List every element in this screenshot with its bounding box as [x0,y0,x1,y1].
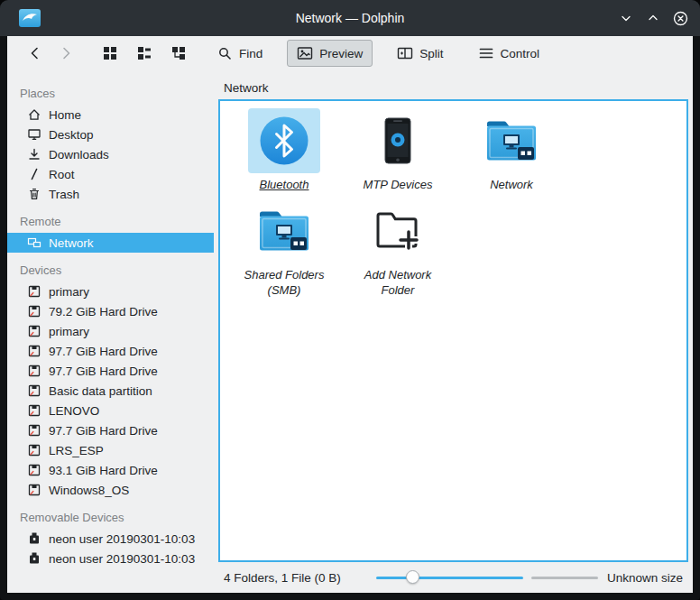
status-summary: 4 Folders, 1 File (0 B) [224,571,341,585]
details-view-icon [136,45,152,61]
places-panel: PlacesHomeDesktopDownloadsRootTrashRemot… [7,70,214,593]
sidebar-item-label: LENOVO [49,404,99,418]
folder-view[interactable]: BluetoothMTP DevicesNetworkShared Folder… [218,99,688,562]
zoom-slider-handle[interactable] [406,570,419,584]
file-item-label: Add Network Folder [350,267,446,299]
network-icon [27,235,41,250]
dolphin-window: Network — Dolphin [0,0,700,600]
sidebar-item-desktop[interactable]: Desktop [7,125,214,144]
details-view-button[interactable] [130,41,159,66]
removable-icon [27,531,41,546]
sidebar-item-97-7-gib-hard-drive[interactable]: 97.7 GiB Hard Drive [7,341,214,361]
downloads-icon [27,147,41,162]
window-body: Find Preview Split Control [7,36,693,593]
file-grid: BluetoothMTP DevicesNetworkShared Folder… [220,101,686,311]
statusbar: 4 Folders, 1 File (0 B) Unknown size [218,562,688,593]
control-button[interactable]: Control [468,40,550,67]
tree-view-icon [170,45,187,61]
close-button[interactable] [671,9,689,27]
device-icon [27,344,41,358]
home-icon [27,107,41,122]
device-icon [27,383,41,398]
window-controls [617,9,689,27]
sidebar-item-home[interactable]: Home [7,105,214,125]
sidebar-item-79-2-gib-hard-drive[interactable]: 79.2 GiB Hard Drive [7,301,214,321]
split-label: Split [419,47,443,60]
sidebar-item-downloads[interactable]: Downloads [7,144,214,164]
find-button[interactable]: Find [207,41,272,67]
sidebar-item-97-7-gib-hard-drive[interactable]: 97.7 GiB Hard Drive [7,420,214,440]
add-network-folder-icon [362,198,434,263]
minimize-button[interactable] [617,9,635,27]
folder-network-icon [475,108,548,173]
device-icon [27,364,41,378]
sidebar-item-label: primary [49,285,89,299]
titlebar[interactable]: Network — Dolphin [0,0,700,36]
sidebar-item-lrs-esp[interactable]: LRS_ESP [7,440,214,460]
places-section-header: Devices [20,263,214,277]
sidebar-item-label: Windows8_OS [49,484,129,497]
tree-view-button[interactable] [164,41,193,66]
sidebar-item-primary[interactable]: primary [7,321,214,341]
device-icon [27,423,41,438]
sidebar-item-neon-user-20190301-10-03[interactable]: neon user 20190301-10:03 [7,529,214,549]
sidebar-item-root[interactable]: Root [7,164,214,184]
file-item-label: Network [490,177,533,193]
device-icon [27,443,41,457]
sidebar-item-label: 97.7 GiB Hard Drive [49,365,158,378]
sidebar-item-label: Basic data partition [49,384,152,398]
file-item-add-network-folder[interactable]: Add Network Folder [341,198,455,299]
split-view-icon [397,45,413,61]
sidebar-item-lenovo[interactable]: LENOVO [7,401,214,420]
forward-button[interactable] [52,41,79,66]
file-item-mtp-devices[interactable]: MTP Devices [341,108,455,193]
preview-button[interactable]: Preview [287,40,373,67]
sidebar-item-basic-data-partition[interactable]: Basic data partition [7,381,214,401]
back-button[interactable] [22,41,49,66]
sidebar-item-label: Root [49,168,75,181]
close-icon [672,10,689,27]
icons-view-button[interactable] [96,41,124,66]
icons-view-icon [102,45,118,61]
sidebar-item-93-1-gib-hard-drive[interactable]: 93.1 GiB Hard Drive [7,460,214,480]
file-item-label: Shared Folders (SMB) [236,267,332,299]
maximize-button[interactable] [644,9,662,27]
zoom-slider-track-empty [531,577,598,579]
sidebar-item-label: primary [49,325,89,338]
sidebar-item-windows8-os[interactable]: Windows8_OS [7,480,214,500]
preview-label: Preview [319,47,363,60]
places-section-header: Removable Devices [20,511,214,524]
sidebar-item-primary[interactable]: primary [7,282,214,301]
breadcrumb[interactable]: Network [224,81,269,95]
sidebar-item-label: 93.1 GiB Hard Drive [49,464,158,477]
location-bar: Network [218,70,688,99]
folder-network-icon [248,198,320,263]
sidebar-item-trash[interactable]: Trash [7,184,214,204]
sidebar-item-label: neon user 20190301-10:03 [49,552,195,566]
device-icon [27,403,41,418]
device-icon [27,483,41,497]
file-item-label: Bluetooth [260,177,309,193]
sidebar-item-label: neon user 20190301-10:03 [49,532,195,546]
device-icon [27,463,41,477]
toolbar: Find Preview Split Control [7,36,693,70]
control-label: Control [501,47,540,60]
sidebar-item-label: 79.2 GiB Hard Drive [49,305,158,318]
device-icon [27,304,41,318]
removable-icon [27,551,41,566]
split-button[interactable]: Split [387,40,453,67]
file-item-bluetooth[interactable]: Bluetooth [227,108,341,193]
sidebar-item-label: Home [49,108,81,122]
file-item-network[interactable]: Network [455,108,568,193]
file-item-shared-folders-smb[interactable]: Shared Folders (SMB) [227,198,341,299]
sidebar-item-label: Trash [49,188,79,201]
sidebar-item-neon-user-20190301-10-03[interactable]: neon user 20190301-10:03 [7,549,214,568]
sidebar-item-network[interactable]: Network [7,233,214,253]
hamburger-menu-icon [478,45,494,61]
zoom-slider[interactable] [376,569,598,586]
content-row: PlacesHomeDesktopDownloadsRootTrashRemot… [7,70,693,593]
places-section-header: Places [20,87,214,100]
sidebar-item-label: Desktop [49,128,94,142]
sidebar-item-label: 97.7 GiB Hard Drive [49,345,158,358]
sidebar-item-97-7-gib-hard-drive[interactable]: 97.7 GiB Hard Drive [7,361,214,381]
